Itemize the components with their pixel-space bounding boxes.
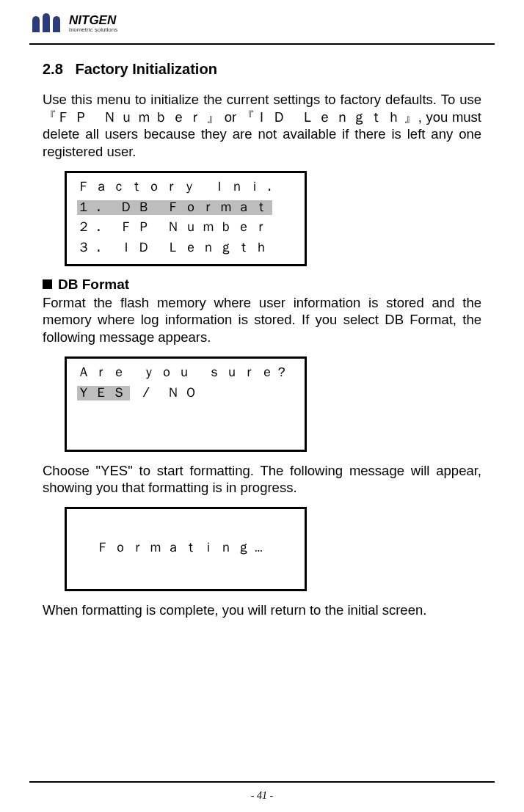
intro-para: Use this menu to initialize the current …	[43, 91, 481, 161]
square-bullet-icon	[43, 279, 52, 289]
intro-id: ＩＤ Ｌｅｎｇｔｈ	[255, 109, 404, 125]
footer-divider	[29, 781, 495, 783]
section-title: 2.8 Factory Initialization	[43, 61, 481, 78]
page: NITGEN biometric solutions 2.8 Factory I…	[0, 0, 524, 812]
intro-fp: ＦＰ Ｎｕｍｂｅｒ	[57, 109, 205, 125]
lcd1-line2-sel: １. ＤＢ Ｆｏｒｍａｔ	[77, 200, 272, 215]
db-format-heading-row: DB Format	[43, 277, 481, 293]
lcd-confirm: Ａｒｅ ｙｏｕ ｓｕｒｅ? ＹＥＳ / ＮＯ	[65, 356, 307, 452]
page-footer: - 41 -	[0, 781, 524, 802]
db-format-heading: DB Format	[58, 277, 129, 293]
db-format-para3: When formatting is complete, you will re…	[43, 601, 481, 619]
lcd-factory-ini: Ｆａｃｔｏｒｙ Ｉｎｉ. １. ＤＢ Ｆｏｒｍａｔ ２. ＦＰ Ｎｕｍｂｅｒ ３…	[65, 171, 307, 266]
lcd1-line2: １. ＤＢ Ｆｏｒｍａｔ	[77, 198, 297, 219]
lcd1-line3: ２. ＦＰ Ｎｕｍｂｅｒ	[77, 218, 297, 238]
intro-b: 』 or 『	[206, 109, 255, 125]
lcd1-line4: ３. ＩＤ Ｌｅｎｇｔｈ	[77, 238, 297, 259]
lcd3-line1: Ｆｏｒｍａｔｉｎｇ…	[96, 538, 297, 559]
page-number: - 41 -	[251, 790, 273, 801]
section-number: 2.8	[43, 61, 63, 77]
logo-main: NITGEN	[69, 14, 117, 26]
logo-icon	[29, 10, 70, 37]
db-format-para2: Choose "YES" to start formatting. The fo…	[43, 462, 481, 497]
section-heading: Factory Initialization	[75, 61, 216, 77]
lcd2-yes: ＹＥＳ	[77, 386, 130, 400]
logo-sub: biometric solutions	[69, 27, 117, 33]
lcd-formatting: Ｆｏｒｍａｔｉｎｇ…	[65, 507, 307, 591]
header-divider	[29, 43, 495, 45]
db-format-para1: Format the flash memory where user infor…	[43, 294, 481, 346]
logo-text: NITGEN biometric solutions	[73, 14, 117, 33]
lcd2-line2: ＹＥＳ / ＮＯ	[77, 384, 297, 404]
content: 2.8 Factory Initialization Use this menu…	[29, 61, 495, 619]
lcd1-line1: Ｆａｃｔｏｒｙ Ｉｎｉ.	[77, 178, 297, 198]
lcd2-line1: Ａｒｅ ｙｏｕ ｓｕｒｅ?	[77, 363, 297, 384]
page-header: NITGEN biometric solutions	[29, 0, 495, 41]
lcd2-rest: / ＮＯ	[130, 386, 202, 400]
